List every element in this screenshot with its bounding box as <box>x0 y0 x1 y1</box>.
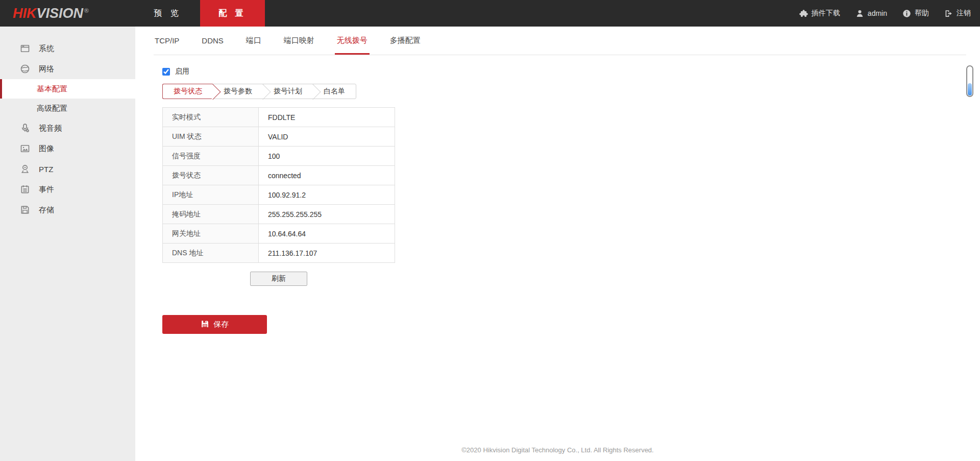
nav-tab-preview[interactable]: 预 览 <box>135 0 200 27</box>
dial-status-table: 实时模式 FDDLTE UIM 状态 VALID 信号强度 100 拨号状态 <box>162 107 395 263</box>
row-label: 网关地址 <box>163 224 259 244</box>
plugin-download-button[interactable]: 插件下载 <box>799 9 840 18</box>
help-icon <box>902 9 911 18</box>
sidebar-item-label: 基本配置 <box>37 84 67 94</box>
sidebar-item-label: 系统 <box>39 44 54 54</box>
row-label: 掩码地址 <box>163 205 259 224</box>
user-name-label: admin <box>868 9 887 17</box>
top-nav: 预 览 配 置 <box>135 0 265 27</box>
event-icon <box>19 184 31 195</box>
user-account-button[interactable]: admin <box>855 9 887 18</box>
subtab-dial-plan[interactable]: 拨号计划 <box>263 84 313 99</box>
help-button[interactable]: 帮助 <box>902 9 929 18</box>
subtab-dial-parameters[interactable]: 拨号参数 <box>213 84 263 99</box>
save-button[interactable]: 保存 <box>162 315 267 334</box>
topbar-right: 插件下载 admin 帮助 注销 <box>799 9 980 18</box>
row-value: 100 <box>259 147 395 166</box>
storage-icon <box>19 204 31 215</box>
tab-port-mapping[interactable]: 端口映射 <box>283 27 315 55</box>
subtab-dial-status[interactable]: 拨号状态 <box>162 84 213 99</box>
page: HIKVISION® 预 览 配 置 插件下载 admin <box>0 0 980 461</box>
sidebar-item-label: 图像 <box>39 144 54 154</box>
row-label: 实时模式 <box>163 108 259 127</box>
sidebar-item-system[interactable]: 系统 <box>0 38 135 59</box>
table-row: 实时模式 FDDLTE <box>163 108 395 127</box>
logout-icon <box>944 9 953 18</box>
sidebar-item-label: 网络 <box>39 64 54 74</box>
row-value: 211.136.17.107 <box>259 244 395 263</box>
tab-tcpip[interactable]: TCP/IP <box>154 27 180 55</box>
dial-subtabs: 拨号状态 拨号参数 拨号计划 白名单 <box>162 84 356 99</box>
logout-label: 注销 <box>957 9 971 18</box>
table-row: IP地址 100.92.91.2 <box>163 185 395 205</box>
sidebar-item-label: 存储 <box>39 205 54 215</box>
main-layout: 系统 网络 基本配置 高级配置 视音频 <box>0 27 980 461</box>
tab-ddns[interactable]: DDNS <box>201 27 225 55</box>
ptz-icon <box>19 163 31 175</box>
system-icon <box>19 43 31 54</box>
copyright-footer: ©2020 Hikvision Digital Technology Co., … <box>135 446 980 454</box>
sidebar-item-advanced-config[interactable]: 高级配置 <box>0 99 135 118</box>
user-icon <box>855 9 864 18</box>
scrollbar-indicator[interactable] <box>966 65 973 97</box>
refresh-button[interactable]: 刷新 <box>250 272 307 286</box>
table-row: 拨号状态 connected <box>163 166 395 185</box>
row-value: FDDLTE <box>259 108 395 127</box>
image-icon <box>19 143 31 154</box>
row-label: 信号强度 <box>163 147 259 166</box>
table-row: 网关地址 10.64.64.64 <box>163 224 395 244</box>
sidebar: 系统 网络 基本配置 高级配置 视音频 <box>0 27 135 461</box>
logo-hik: HIK <box>13 6 37 21</box>
wireless-dial-panel: 启用 拨号状态 拨号参数 拨号计划 白名单 实时模式 FDDLTE <box>154 67 980 334</box>
sidebar-item-audio-video[interactable]: 视音频 <box>0 118 135 138</box>
enable-label: 启用 <box>175 67 189 76</box>
table-row: 掩码地址 255.255.255.255 <box>163 205 395 224</box>
row-label: UIM 状态 <box>163 127 259 147</box>
row-label: IP地址 <box>163 185 259 205</box>
content-area: TCP/IP DDNS 端口 端口映射 无线拨号 多播配置 启用 拨号状态 拨号… <box>135 27 980 461</box>
help-label: 帮助 <box>915 9 929 18</box>
sidebar-item-label: 事件 <box>39 185 54 195</box>
top-bar: HIKVISION® 预 览 配 置 插件下载 admin <box>0 0 980 27</box>
enable-checkbox[interactable] <box>162 68 170 76</box>
scrollbar-fill <box>968 83 972 95</box>
subtab-whitelist[interactable]: 白名单 <box>313 84 356 99</box>
sidebar-item-network[interactable]: 网络 <box>0 59 135 79</box>
row-label: DNS 地址 <box>163 244 259 263</box>
row-label: 拨号状态 <box>163 166 259 185</box>
row-value: 100.92.91.2 <box>259 185 395 205</box>
sidebar-item-label: 视音频 <box>39 124 62 133</box>
audio-video-icon <box>19 123 31 134</box>
logo-vision: VISION <box>37 6 84 21</box>
row-value: connected <box>259 166 395 185</box>
sidebar-item-basic-config[interactable]: 基本配置 <box>0 79 135 99</box>
sidebar-item-label: PTZ <box>39 165 53 174</box>
refresh-row: 刷新 <box>162 272 395 286</box>
network-tabs: TCP/IP DDNS 端口 端口映射 无线拨号 多播配置 <box>154 27 966 55</box>
tab-port[interactable]: 端口 <box>245 27 262 55</box>
plugin-download-label: 插件下载 <box>812 9 840 18</box>
table-row: UIM 状态 VALID <box>163 127 395 147</box>
row-value: 10.64.64.64 <box>259 224 395 244</box>
plugin-download-icon <box>799 9 808 18</box>
hikvision-logo: HIKVISION® <box>13 6 135 21</box>
row-value: VALID <box>259 127 395 147</box>
sidebar-item-image[interactable]: 图像 <box>0 138 135 159</box>
network-icon <box>19 63 31 75</box>
tab-multicast-config[interactable]: 多播配置 <box>389 27 422 55</box>
row-value: 255.255.255.255 <box>259 205 395 224</box>
tab-wireless-dial[interactable]: 无线拨号 <box>336 27 369 55</box>
save-icon <box>201 320 209 330</box>
nav-tab-configuration[interactable]: 配 置 <box>200 0 265 27</box>
enable-row: 启用 <box>162 67 980 76</box>
save-label: 保存 <box>214 320 229 329</box>
table-row: 信号强度 100 <box>163 147 395 166</box>
table-row: DNS 地址 211.136.17.107 <box>163 244 395 263</box>
sidebar-item-storage[interactable]: 存储 <box>0 200 135 220</box>
logo-registered-mark: ® <box>84 7 89 14</box>
sidebar-item-ptz[interactable]: PTZ <box>0 159 135 179</box>
sidebar-item-event[interactable]: 事件 <box>0 179 135 200</box>
sidebar-item-label: 高级配置 <box>37 104 67 113</box>
logout-button[interactable]: 注销 <box>944 9 971 18</box>
